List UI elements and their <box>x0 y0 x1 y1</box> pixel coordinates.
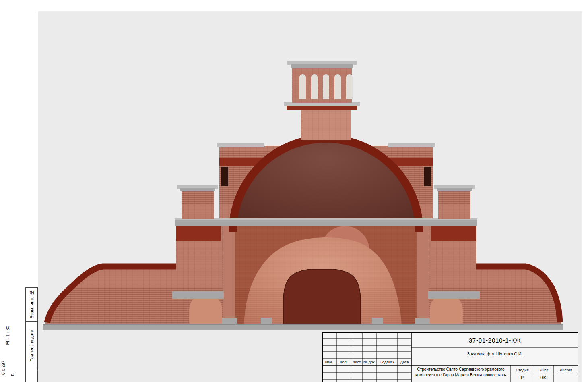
foundation-strip <box>43 324 563 330</box>
interior-section <box>189 224 463 325</box>
vzam-inv-label: Взам. инв. № <box>29 291 34 318</box>
project-name-line2: комплекса в с.Карла Маркса Великоновосел… <box>415 372 506 378</box>
page: Взам. инв. № Подпись и дата М - 1 : 60 0… <box>0 0 588 382</box>
customer-line: Заказчик: ф.л. Шутенко С.И. <box>411 349 578 359</box>
sheet-label: Лист <box>534 365 554 374</box>
col-header-data: Дата <box>398 358 411 365</box>
podpis-data-label: Подпись и дата <box>29 330 34 362</box>
margin-box-podpis: Подпись и дата <box>26 322 37 370</box>
slab-band <box>175 218 477 226</box>
belfry-tower <box>284 61 360 140</box>
stage-label: Стадия <box>510 365 534 374</box>
margin-stamp-column: Взам. инв. № Подпись и дата <box>25 287 38 382</box>
margin-fragment: п. <box>10 372 14 376</box>
col-header-ndok: № док. <box>362 358 377 365</box>
project-name-line1: Строительство Свято-Сергиевского храмово… <box>417 367 504 372</box>
col-header-list: Лист <box>351 358 362 365</box>
col-header-podpis: Подпись <box>377 358 398 365</box>
building-section-drawing <box>0 0 588 382</box>
sheets-value <box>554 374 578 382</box>
sheets-label: Листов <box>554 365 578 374</box>
title-block: Изм. Кол. Лист № док. Подпись Дата 37-01… <box>322 332 578 382</box>
col-header-kol: Кол. <box>336 358 351 365</box>
document-number: 37-01-2010-1-КЖ <box>411 334 578 347</box>
project-name: Строительство Свято-Сергиевского храмово… <box>412 367 510 381</box>
sheet-value: 032 <box>534 374 554 382</box>
col-header-izm: Изм. <box>322 358 336 365</box>
format-note: 0 x 297 <box>1 361 6 375</box>
stage-value: Р <box>510 374 534 382</box>
margin-box-cut <box>26 370 37 382</box>
scale-note: М - 1 : 60 <box>5 326 10 345</box>
margin-box-vzam: Взам. инв. № <box>26 288 37 322</box>
